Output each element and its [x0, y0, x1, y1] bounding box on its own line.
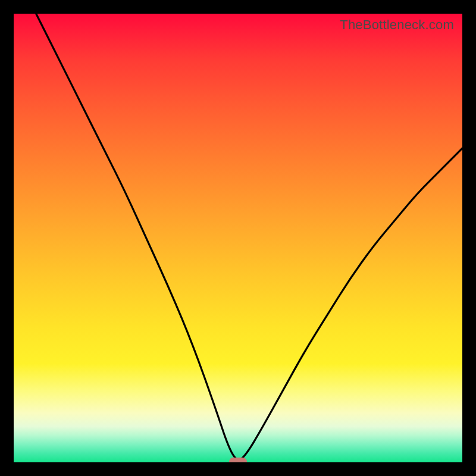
bottleneck-curve	[14, 14, 462, 462]
curve-path	[36, 14, 462, 459]
plot-area: TheBottleneck.com	[14, 14, 462, 462]
chart-stage: TheBottleneck.com	[0, 0, 476, 476]
optimum-marker	[229, 458, 247, 462]
